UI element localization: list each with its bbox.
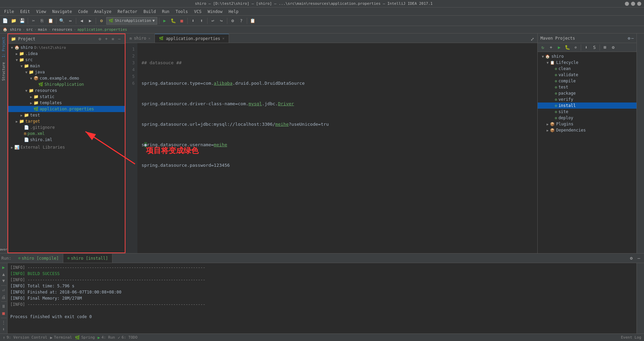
bottom-hide-icon[interactable]: — <box>635 255 643 262</box>
maven-item-site[interactable]: ▶ ⚙ site <box>538 109 636 115</box>
project-hide-icon[interactable]: — <box>117 36 122 42</box>
tree-item-target[interactable]: ▶ 📁 target <box>8 118 125 124</box>
maven-item-lifecycle[interactable]: ▼ 📋 Lifecycle <box>538 59 636 66</box>
breadcrumb-src[interactable]: src <box>26 27 33 32</box>
maven-refresh-icon[interactable]: ↻ <box>539 44 547 51</box>
run-config-dropdown[interactable]: 🌿 ShiroApplication ▼ <box>106 17 157 25</box>
menu-help[interactable]: Help <box>226 9 241 15</box>
maven-settings2-icon[interactable]: ⚙ <box>609 44 617 51</box>
redo-button[interactable]: ↪ <box>218 17 225 25</box>
tree-item-ext-libs[interactable]: ▶ 📊 External Libraries <box>8 144 125 150</box>
tree-item-src[interactable]: ▼ 📁 src <box>8 57 125 63</box>
maven-debug-icon[interactable]: 🐛 <box>564 44 571 51</box>
menu-run[interactable]: Run <box>159 9 172 15</box>
copy-button[interactable]: ⎘ <box>38 17 46 25</box>
maven-item-deps[interactable]: ▶ 📦 Dependencies <box>538 127 636 133</box>
open-button[interactable]: 📁 <box>10 17 17 25</box>
cut-button[interactable]: ✂ <box>30 17 37 25</box>
save-button[interactable]: 💾 <box>18 17 26 25</box>
project-settings-icon[interactable]: ⚙ <box>97 36 103 42</box>
menu-view[interactable]: View <box>33 9 49 15</box>
maven-add-icon[interactable]: + <box>547 44 555 51</box>
breadcrumb-shiro[interactable]: 🏠 shiro <box>3 27 21 32</box>
menu-build[interactable]: Build <box>141 9 159 15</box>
maven-sources-icon[interactable]: S <box>591 44 598 51</box>
menu-tools[interactable]: Tools <box>173 9 191 15</box>
menu-edit[interactable]: Edit <box>17 9 33 15</box>
menu-code[interactable]: Code <box>76 9 91 15</box>
maven-item-install[interactable]: ▶ ⚙ install <box>538 103 636 109</box>
tree-item-test[interactable]: ▶ 📁 test <box>8 112 125 118</box>
maven-run-icon[interactable]: ▶ <box>555 44 563 51</box>
replace-button[interactable]: ↔ <box>67 17 74 25</box>
run-tab-compile[interactable]: ⚙ shiro [compile] <box>14 254 63 263</box>
run-wrap-button[interactable]: ⏎ <box>1 287 7 293</box>
run-tab-install[interactable]: ⚙ shiro [install] <box>63 254 112 263</box>
new-button[interactable]: 📄 <box>1 17 9 25</box>
tree-item-java[interactable]: ▼ 📁 java <box>8 69 125 75</box>
maven-collapse-icon[interactable]: ⊞ <box>601 44 609 51</box>
menu-analyze[interactable]: Analyze <box>91 9 114 15</box>
maven-skip-icon[interactable]: ⊘ <box>572 44 579 51</box>
tree-item-main[interactable]: ▼ 📁 main <box>8 63 125 69</box>
tree-item-gitignore[interactable]: ▶ 📄 .gitignore <box>8 124 125 131</box>
stop-button[interactable]: ■ <box>178 17 186 25</box>
debug-button[interactable]: 🐛 <box>170 17 177 25</box>
paste-button[interactable]: 📋 <box>47 17 54 25</box>
breadcrumb-resources[interactable]: resources <box>52 27 72 32</box>
tab-shiro-close[interactable]: × <box>148 36 151 41</box>
tree-item-idea[interactable]: ▶ 📁 .idea <box>8 51 125 57</box>
close-button[interactable] <box>637 2 641 6</box>
run-up-button[interactable]: ▲ <box>1 271 7 277</box>
status-spring[interactable]: 🌿 Spring <box>75 335 95 340</box>
tree-item-shiro-iml[interactable]: ▶ 📄 shiro.iml <box>8 137 125 143</box>
tree-item-templates[interactable]: ▶ 📁 templates <box>8 100 125 106</box>
minimize-button[interactable] <box>625 2 629 6</box>
forward-button[interactable]: ▶ <box>86 17 94 25</box>
project-add-icon[interactable]: + <box>104 36 109 42</box>
run-scroll-button[interactable]: ⬇ <box>1 326 7 332</box>
maven-item-validate[interactable]: ▶ ⚙ validate <box>538 72 636 78</box>
tree-item-static[interactable]: ▶ 📁 static <box>8 94 125 100</box>
tree-item-app-props[interactable]: ▶ 🌿 application.properties <box>8 106 125 112</box>
vcs-update[interactable]: ⬇ <box>189 17 197 25</box>
maven-item-clean[interactable]: ▶ ⚙ clean <box>538 66 636 72</box>
tree-item-shiro[interactable]: ▼ 🏠 shiro D:\test2\shiro <box>8 44 125 51</box>
status-terminal[interactable]: ▶ Terminal <box>50 335 72 340</box>
maven-item-verify[interactable]: ▶ ⚙ verify <box>538 96 636 103</box>
menu-navigate[interactable]: Navigate <box>50 9 75 15</box>
project-tab[interactable]: 1: Project <box>1 35 6 59</box>
status-version-control[interactable]: ↑ 9: Version Control <box>3 335 47 340</box>
editor-expand-icon[interactable]: ⤢ <box>528 35 536 43</box>
tree-item-shiro-app[interactable]: ▶ 🌿 ShiroApplication <box>8 81 125 87</box>
breadcrumb-file[interactable]: application.properties <box>77 27 127 32</box>
maven-settings-icon[interactable]: ⚙ <box>628 36 630 41</box>
menu-vcs[interactable]: VCS <box>191 9 204 15</box>
maven-item-plugins[interactable]: ▶ 📦 Plugins <box>538 121 636 127</box>
run-down-button[interactable]: ▼ <box>1 278 7 284</box>
menu-file[interactable]: File <box>1 9 17 15</box>
maven-item-package[interactable]: ▶ ⚙ package <box>538 90 636 96</box>
run-button[interactable]: ▶ <box>161 17 169 25</box>
run-pause-button[interactable]: ⏸ <box>1 303 7 309</box>
maven-item-compile[interactable]: ▶ ⚙ compile <box>538 78 636 84</box>
tree-item-com-example[interactable]: ▼ 📦 com.example.demo <box>8 75 125 81</box>
status-run[interactable]: ▶ 4: Run <box>97 335 115 340</box>
tasks-button[interactable]: 📋 <box>249 17 256 25</box>
menu-window[interactable]: Window <box>205 9 225 15</box>
bottom-settings-icon[interactable]: ⚙ <box>628 255 635 262</box>
vcs-commit[interactable]: ⬆ <box>198 17 205 25</box>
structure-tab[interactable]: Structure <box>1 60 6 83</box>
build-icon[interactable]: ⚙ <box>98 17 105 25</box>
maximize-button[interactable] <box>631 2 635 6</box>
tab-app-props[interactable]: 🌿 application.properties × <box>155 34 229 43</box>
menu-refactor[interactable]: Refactor <box>115 9 140 15</box>
run-more-button[interactable]: ⋮ <box>1 320 7 326</box>
undo-button[interactable]: ↩ <box>209 17 217 25</box>
tab-app-props-close[interactable]: × <box>222 36 225 41</box>
back-button[interactable]: ◀ <box>78 17 85 25</box>
maven-download-icon[interactable]: ⬇ <box>582 44 590 51</box>
maven-hide-icon[interactable]: — <box>631 36 634 41</box>
help-icon[interactable]: ? <box>238 17 245 25</box>
maven-item-test[interactable]: ▶ ⚙ test <box>538 84 636 90</box>
